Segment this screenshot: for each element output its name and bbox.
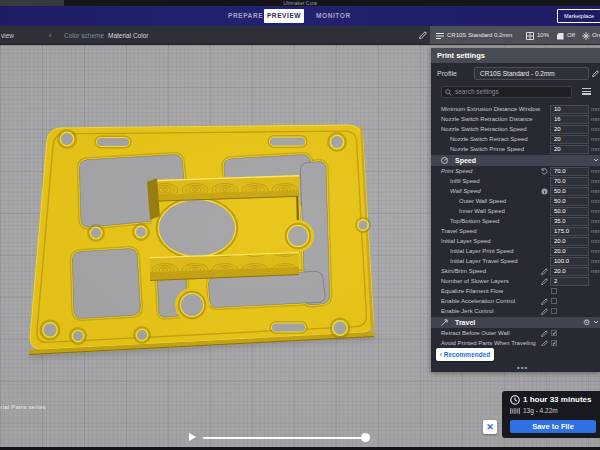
setting-row[interactable]: Outer Wall Speed50.0mm/s bbox=[431, 196, 600, 206]
setting-value-input[interactable]: 20.0 bbox=[550, 237, 589, 246]
setting-checkbox[interactable]: ✓ bbox=[551, 340, 557, 346]
app-header: PREPARE PREVIEW MONITOR Marketplace bbox=[0, 6, 600, 26]
setting-unit: mm/s bbox=[591, 176, 600, 186]
setting-value-input[interactable]: 50.0 bbox=[550, 197, 589, 206]
setting-value-input[interactable]: 20 bbox=[550, 145, 589, 154]
setting-value-input[interactable]: 50.0 bbox=[550, 207, 589, 216]
settings-menu-icon[interactable] bbox=[582, 88, 591, 96]
setting-row[interactable]: Wall Speed50.0mm/s bbox=[431, 186, 600, 196]
setting-row[interactable]: Enable Jerk Control bbox=[431, 306, 600, 316]
tab-preview[interactable]: PREVIEW bbox=[264, 9, 304, 23]
setting-row[interactable]: Equalize Filament Flow bbox=[431, 286, 600, 296]
pencil-icon[interactable] bbox=[541, 298, 548, 305]
setting-row[interactable]: Minimum Extrusion Distance Window10mm bbox=[431, 104, 600, 114]
gear-icon[interactable]: ⚙ bbox=[583, 318, 590, 328]
setting-label: Enable Jerk Control bbox=[441, 306, 494, 316]
setting-value-input[interactable]: 20 bbox=[550, 125, 589, 134]
setting-row[interactable]: Initial Layer Travel Speed100.0mm/s bbox=[431, 256, 600, 266]
setting-row[interactable]: Nozzle Switch Prime Speed20mm/s bbox=[431, 144, 600, 154]
edit-pencil-icon[interactable] bbox=[419, 31, 427, 39]
recommended-label: Recommended bbox=[444, 351, 491, 358]
back-chevron-icon: ‹ bbox=[440, 351, 442, 358]
setting-value-input[interactable]: 20.0 bbox=[550, 247, 589, 256]
setting-row[interactable]: Number of Slower Layers2 bbox=[431, 276, 600, 286]
setting-value-input[interactable]: 100.0 bbox=[550, 257, 589, 266]
play-button[interactable] bbox=[189, 433, 196, 441]
color-scheme-label: Color scheme bbox=[64, 26, 104, 45]
setting-row[interactable]: Nozzle Switch Retract Speed20mm/s bbox=[431, 134, 600, 144]
setting-value-input[interactable]: 175.0 bbox=[550, 227, 589, 236]
setting-value-input[interactable]: 50.0 bbox=[550, 187, 589, 196]
print-settings-panel: Print settings Profile CR10S Standard - … bbox=[431, 48, 600, 372]
setting-checkbox[interactable] bbox=[551, 308, 557, 314]
section-header-speed[interactable]: Speed bbox=[431, 155, 600, 166]
setting-value-input[interactable]: 16 bbox=[550, 115, 589, 124]
setting-row[interactable]: Inner Wall Speed50.0mm/s bbox=[431, 206, 600, 216]
layer-slider-track[interactable] bbox=[203, 437, 365, 439]
setting-value-input[interactable]: 20.0 bbox=[550, 267, 589, 276]
setting-label: Initial Layer Travel Speed bbox=[450, 256, 518, 266]
setting-checkbox[interactable] bbox=[551, 288, 557, 294]
pencil-icon[interactable] bbox=[541, 308, 548, 315]
material-usage-estimate: 13g - 4.22m bbox=[523, 407, 558, 414]
chevron-down-icon bbox=[593, 319, 599, 325]
info-icon[interactable] bbox=[541, 188, 548, 195]
setting-value-input[interactable]: 70.0 bbox=[550, 177, 589, 186]
pencil-icon[interactable] bbox=[541, 278, 548, 285]
setting-row[interactable]: Nozzle Switch Retraction Speed20mm/s bbox=[431, 124, 600, 134]
travel-icon bbox=[441, 319, 448, 326]
setting-value-input[interactable]: 20 bbox=[550, 135, 589, 144]
setting-unit: mm/s bbox=[591, 196, 600, 206]
clock-icon bbox=[510, 395, 520, 405]
recommended-button[interactable]: ‹ Recommended bbox=[436, 348, 494, 361]
view-mode-label[interactable]: view bbox=[1, 26, 14, 45]
color-scheme-dropdown[interactable]: Material Color bbox=[108, 26, 148, 45]
search-settings-input[interactable]: search settings bbox=[441, 86, 572, 98]
tab-monitor[interactable]: MONITOR bbox=[316, 9, 351, 23]
setting-row[interactable]: Nozzle Switch Retraction Distance16mm bbox=[431, 114, 600, 124]
watermark-text: orial Patra series bbox=[0, 404, 46, 410]
setting-row[interactable]: Top/Bottom Speed35.0mm/s bbox=[431, 216, 600, 226]
collapse-preview-button[interactable]: ✕ bbox=[483, 420, 497, 434]
setting-row[interactable]: Initial Layer Print Speed20.0mm/s bbox=[431, 246, 600, 256]
setting-value-input[interactable]: 10 bbox=[550, 105, 589, 114]
section-label: Travel bbox=[455, 317, 475, 328]
pencil-icon[interactable] bbox=[541, 340, 548, 347]
tab-prepare[interactable]: PREPARE bbox=[228, 9, 263, 23]
marketplace-button[interactable]: Marketplace bbox=[557, 9, 600, 23]
print-setup-collapsed-bar[interactable]: CR10S Standard 0.2mm 10% Off On bbox=[430, 26, 600, 45]
layer-slider-handle[interactable] bbox=[361, 433, 370, 442]
setting-value-input[interactable]: 70.0 bbox=[550, 167, 589, 176]
setting-value-input[interactable]: 35.0 bbox=[550, 217, 589, 226]
setting-row[interactable]: Retract Before Outer Wall✓ bbox=[431, 328, 600, 338]
profile-label: Profile bbox=[437, 70, 457, 77]
section-header-travel[interactable]: Travel⚙ bbox=[431, 317, 600, 328]
setting-label: Number of Slower Layers bbox=[441, 276, 509, 286]
save-to-file-button[interactable]: Save to File bbox=[510, 420, 596, 433]
pencil-icon[interactable] bbox=[541, 330, 548, 337]
panel-header[interactable]: Print settings bbox=[431, 48, 600, 63]
setting-row[interactable]: Enable Acceleration Control bbox=[431, 296, 600, 306]
setting-row[interactable]: Initial Layer Speed20.0mm/s bbox=[431, 236, 600, 246]
setting-row[interactable]: Infill Speed70.0mm/s bbox=[431, 176, 600, 186]
back-chevron-icon[interactable]: ‹ bbox=[49, 26, 51, 45]
pencil-icon[interactable] bbox=[541, 268, 548, 275]
setting-value-input[interactable]: 2 bbox=[550, 277, 589, 286]
setting-unit: mm/s bbox=[591, 226, 600, 236]
profile-dropdown[interactable]: CR10S Standard - 0.2mm bbox=[474, 67, 589, 80]
setting-checkbox[interactable]: ✓ bbox=[551, 330, 557, 336]
undo-icon[interactable] bbox=[541, 168, 548, 175]
profile-edit-pencil-icon[interactable] bbox=[592, 70, 599, 77]
setting-unit: mm/s bbox=[591, 256, 600, 266]
setting-row[interactable]: Print Speed70.0mm/s bbox=[431, 166, 600, 176]
setting-unit: mm/s bbox=[591, 134, 600, 144]
setting-row[interactable]: Avoid Printed Parts When Traveling✓ bbox=[431, 338, 600, 346]
setting-unit: mm/s bbox=[591, 246, 600, 256]
panel-drag-handle[interactable]: ••• bbox=[517, 363, 528, 372]
speed-icon bbox=[441, 157, 448, 164]
setting-row[interactable]: Skirt/Brim Speed20.0mm/s bbox=[431, 266, 600, 276]
chevron-down-icon bbox=[593, 157, 599, 163]
setting-label: Inner Wall Speed bbox=[459, 206, 505, 216]
setting-row[interactable]: Travel Speed175.0mm/s bbox=[431, 226, 600, 236]
setting-checkbox[interactable] bbox=[551, 298, 557, 304]
